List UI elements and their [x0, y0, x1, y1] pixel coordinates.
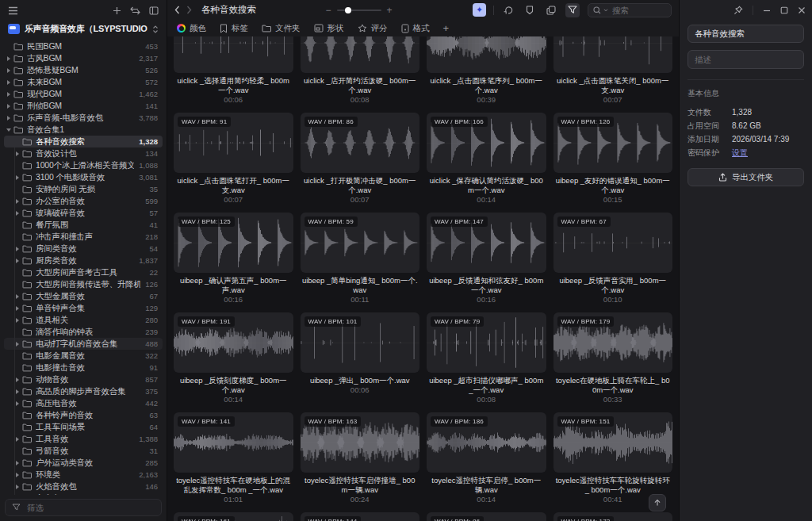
audio-file-card[interactable] — [427, 36, 546, 73]
zoom-in-icon[interactable]: + — [387, 6, 393, 15]
audio-file-card[interactable] — [174, 36, 293, 73]
filter-chip-folder[interactable]: 文件夹 — [262, 23, 301, 34]
caret-right-icon[interactable] — [4, 92, 13, 97]
sidebar-item[interactable]: 动物音效857 — [4, 374, 163, 385]
caret-right-icon[interactable] — [13, 401, 21, 406]
search-scope-chevron-icon[interactable] — [603, 9, 608, 12]
sidebar-item[interactable]: 大型房间音频传送带、升降机、滚筒等126 — [4, 278, 163, 290]
search-box[interactable] — [588, 3, 672, 17]
sidebar-item[interactable]: 道具相关280 — [4, 314, 163, 326]
sidebar-item[interactable]: 各种铃声的音效63 — [4, 409, 163, 421]
caret-right-icon[interactable] — [13, 151, 21, 156]
ai-assistant-icon[interactable]: ✦ — [473, 3, 486, 17]
sidebar-item[interactable]: 现代BGM1,462 — [4, 88, 163, 100]
zoom-slider-knob[interactable] — [345, 7, 351, 13]
menu-icon[interactable] — [8, 6, 18, 15]
sidebar-filter[interactable] — [5, 499, 162, 516]
caret-right-icon[interactable] — [13, 461, 21, 465]
add-filter-button[interactable]: + — [443, 22, 450, 34]
file-grid-viewport[interactable]: uiclick _选择通用简约轻柔_ b00m一个.wav00:06uiclic… — [167, 36, 679, 521]
sidebar-item[interactable]: 1000个冰上滑冰相关音频文件的综合音库1,088 — [4, 159, 163, 171]
audio-file-card[interactable]: WAV / BPM: 126 — [553, 113, 673, 173]
sidebar-item[interactable]: 火焰音效包146 — [4, 481, 163, 492]
audio-file-card[interactable]: WAV / BPM: 191 — [174, 312, 293, 373]
filter-funnel-icon[interactable] — [565, 3, 580, 17]
sidebar-item[interactable]: 房间类音效54 — [4, 243, 163, 255]
sidebar-item[interactable]: 高压电音效442 — [4, 397, 163, 409]
back-button[interactable] — [174, 6, 180, 14]
caret-right-icon[interactable] — [13, 377, 21, 382]
audio-file-card[interactable]: WAV / BPM: 147 — [427, 213, 546, 273]
caret-right-icon[interactable] — [4, 116, 13, 121]
caret-right-icon[interactable] — [13, 259, 21, 263]
sidebar-item[interactable]: 各种音效搜索1,328 — [4, 136, 163, 147]
zoom-out-icon[interactable]: − — [325, 6, 331, 15]
sidebar-item[interactable]: 3100 个电影级音效3,081 — [4, 171, 163, 183]
audio-file-card[interactable]: WAV / BPM: 172 — [553, 512, 673, 521]
export-folder-button[interactable]: 导出文件夹 — [688, 168, 804, 186]
caret-right-icon[interactable] — [13, 211, 21, 216]
search-input[interactable] — [611, 5, 666, 16]
sidebar-item[interactable]: 家庭音效325 — [4, 492, 163, 495]
caret-right-icon[interactable] — [4, 80, 13, 85]
thumbnail-zoom-slider[interactable]: − + — [325, 6, 392, 15]
sidebar-item[interactable]: 单音钟声合集129 — [4, 302, 163, 314]
filter-chip-shape[interactable]: 形状 — [314, 23, 344, 34]
sidebar-item[interactable]: 民国BGM453 — [4, 40, 163, 52]
sidebar-item[interactable]: 餐厅氛围41 — [4, 219, 163, 231]
audio-file-card[interactable]: WAV / BPM: 125 — [174, 213, 293, 273]
sidebar-item[interactable]: 电影撞击音效91 — [4, 362, 163, 374]
caret-right-icon[interactable] — [13, 294, 21, 299]
caret-right-icon[interactable] — [13, 437, 21, 442]
sidebar-item[interactable]: 音效设计包134 — [4, 147, 163, 159]
sidebar-item[interactable]: 电影金属音效322 — [4, 350, 163, 362]
audio-file-card[interactable]: WAV / BPM: 179 — [553, 312, 673, 373]
sidebar-item[interactable]: 环境类2,163 — [4, 469, 163, 481]
caret-right-icon[interactable] — [4, 68, 13, 73]
info-value-link[interactable]: 设置 — [732, 146, 748, 159]
pin-icon[interactable] — [733, 6, 743, 15]
sidebar-item[interactable]: 户外运动类音效285 — [4, 457, 163, 469]
caret-down-icon[interactable] — [4, 128, 13, 132]
filter-chip-format[interactable]: 格式 — [401, 23, 430, 34]
library-selector[interactable]: 乐声音频音效库（LSYPSTUDIO.COM） — [0, 21, 167, 40]
sidebar-item[interactable]: 滴答作响的钟表239 — [4, 326, 163, 338]
caret-right-icon[interactable] — [4, 104, 13, 109]
filter-chip-bookmark[interactable]: 标签 — [220, 23, 248, 34]
zoom-slider-track[interactable] — [337, 10, 381, 11]
caret-right-icon[interactable] — [13, 306, 21, 311]
caret-right-icon[interactable] — [13, 247, 21, 251]
sidebar-item[interactable]: 高品质的脚步声音效合集375 — [4, 385, 163, 397]
sidebar-item[interactable]: 恐怖悬疑BGM526 — [4, 64, 163, 76]
panel-toggle-icon[interactable] — [149, 6, 159, 15]
caret-right-icon[interactable] — [13, 199, 21, 204]
caret-right-icon[interactable] — [13, 485, 21, 489]
sidebar-item[interactable]: 工具车间场景64 — [4, 421, 163, 433]
caret-right-icon[interactable] — [13, 318, 21, 323]
audio-file-card[interactable]: WAV / BPM: 141 — [174, 412, 293, 473]
audio-file-card[interactable]: WAV / BPM: 163 — [301, 412, 420, 473]
sidebar-item[interactable]: 大型房间声音考古工具22 — [4, 266, 163, 278]
audio-file-card[interactable]: WAV / BPM: 86 — [301, 113, 420, 173]
caret-right-icon[interactable] — [13, 342, 21, 347]
minimize-icon[interactable] — [763, 6, 771, 14]
sidebar-item[interactable]: 音效合集1 — [4, 124, 163, 136]
sidebar-item[interactable]: 未来BGM572 — [4, 76, 163, 88]
caret-right-icon[interactable] — [13, 175, 21, 180]
audio-file-card[interactable]: WAV / BPM: 144 — [301, 512, 420, 521]
tag-icon[interactable] — [523, 3, 537, 17]
add-icon[interactable] — [113, 6, 121, 15]
sidebar-item[interactable]: 工具音效1,388 — [4, 433, 163, 445]
audio-file-card[interactable]: WAV / BPM: 79 — [427, 312, 546, 373]
audio-file-card[interactable]: WAV / BPM: 101 — [301, 312, 420, 373]
duplicate-icon[interactable] — [544, 3, 558, 17]
audio-file-card[interactable]: WAV / BPM: 186 — [427, 412, 546, 473]
audio-file-card[interactable]: WAV / BPM: 166 — [427, 113, 546, 173]
audio-file-card[interactable]: WAV / BPM: 151 — [553, 412, 673, 473]
sidebar-item[interactable]: 乐声音频-电影音效包3,788 — [4, 112, 163, 124]
sidebar-item[interactable]: 弓箭音效31 — [4, 445, 163, 457]
sidebar-item[interactable]: 厨房类音效1,837 — [4, 255, 163, 266]
sort-swap-icon[interactable] — [130, 6, 140, 15]
caret-right-icon[interactable] — [4, 56, 13, 61]
caret-right-icon[interactable] — [13, 389, 21, 394]
